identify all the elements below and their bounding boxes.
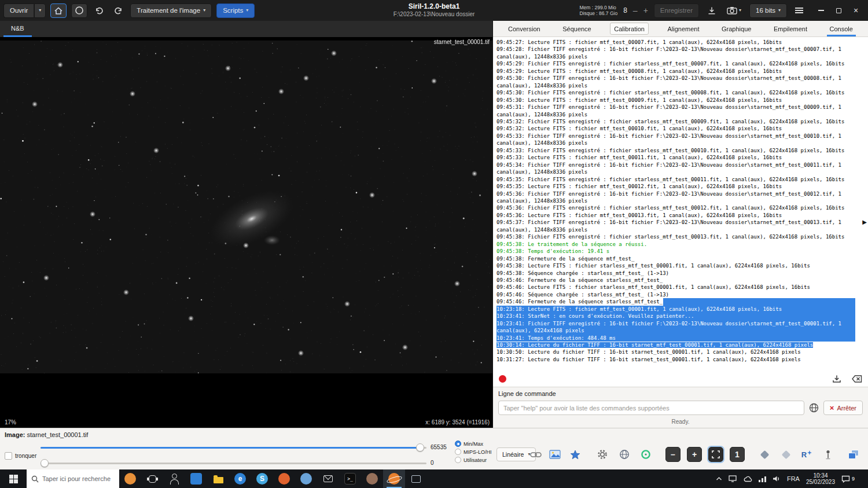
onedrive-button[interactable] (743, 476, 752, 482)
console-log-line[interactable]: 09:45:33: Fichier TIFF enregistré : 16-b… (496, 133, 855, 147)
console-log-line[interactable]: 09:45:34: Fichier TIFF enregistré : 16-b… (496, 162, 855, 176)
search-input[interactable] (42, 475, 111, 482)
photometry-button[interactable] (638, 447, 653, 462)
astro-image[interactable] (0, 41, 492, 373)
console-log-line[interactable]: 09:45:29: Fichier FITS enregistré : fich… (496, 60, 855, 67)
tab-conversion[interactable]: Conversion (505, 21, 544, 36)
undo-button[interactable] (92, 3, 106, 18)
console-log-line[interactable]: 09:45:36: Lecture FITS : fichier mtf_tes… (496, 212, 855, 219)
console-log-line[interactable]: 09:45:46: Séquence chargée : starless_mt… (496, 291, 855, 298)
low-level-slider[interactable] (41, 459, 426, 467)
console-log-line[interactable]: 10:30:14: Lecture du fichier TIFF : 16-b… (496, 342, 855, 348)
console-log-line[interactable]: 09:45:33: Fichier FITS enregistré : fich… (496, 147, 855, 154)
record-button[interactable] (499, 375, 506, 383)
console-log-line[interactable]: 09:45:30: Lecture FITS : fichier mtf_tes… (496, 97, 855, 104)
truncate-checkbox[interactable]: tronquer (5, 452, 36, 460)
scripts-menu[interactable]: Scripts ▾ (216, 3, 255, 18)
tab-séquence[interactable]: Séquence (559, 21, 595, 36)
zoom-one-button[interactable]: 1 (730, 447, 745, 462)
preview-mode-button[interactable] (547, 447, 562, 462)
mono-view-button[interactable] (71, 3, 87, 18)
zoom-fit-button[interactable] (708, 447, 723, 462)
console-log-line[interactable]: 09:45:30: Fichier FITS enregistré : fich… (496, 89, 855, 96)
pin-tool-button[interactable] (821, 447, 836, 462)
image-stack-button[interactable] (846, 447, 861, 462)
console-log-line[interactable]: 09:45:35: Fichier FITS enregistré : fich… (496, 176, 855, 183)
taskbar-app-secondary-window[interactable] (405, 469, 427, 488)
console-log-line[interactable]: 09:45:46: Lecture FITS : fichier starles… (496, 284, 855, 291)
hidden-icons-button[interactable] (716, 476, 722, 481)
console-log-line[interactable]: 09:45:38: Fichier FITS enregistré : fich… (496, 233, 855, 240)
console-log-line[interactable]: 09:45:35: Lecture FITS : fichier mtf_tes… (496, 183, 855, 190)
console-log-line[interactable]: 09:45:36: Fichier FITS enregistré : fich… (496, 204, 855, 211)
high-level-slider[interactable] (41, 443, 426, 452)
command-input[interactable] (498, 401, 804, 415)
main-menu-button[interactable] (793, 3, 806, 18)
network-button[interactable] (759, 476, 766, 482)
taskbar-app-mail[interactable] (317, 469, 339, 488)
home-button[interactable] (50, 3, 67, 18)
console-log-line[interactable]: 09:45:30: Fichier TIFF enregistré : 16-b… (496, 75, 855, 89)
console-log-line[interactable]: 10:31:27: Lecture du fichier TIFF : 16-b… (496, 356, 855, 363)
online-help-button[interactable] (809, 403, 819, 413)
redo-button[interactable] (111, 3, 126, 18)
console-log-line[interactable]: 09:45:33: Lecture FITS : fichier mtf_tes… (496, 154, 855, 161)
taskbar-app-skype[interactable]: S (251, 469, 273, 488)
clock[interactable]: 10:34 25/02/2023 (806, 472, 835, 486)
zoom-in-control[interactable]: + (643, 6, 648, 15)
console-log-line[interactable]: 09:45:38: Séquence chargée : starless_mt… (496, 270, 855, 277)
console-log-line[interactable]: 09:45:38: Temps d'exécution: 19.41 s (496, 248, 855, 255)
channel-link-button[interactable] (528, 447, 543, 462)
console-log-line[interactable]: 10:23:18: Lecture FITS : fichier mtf_tes… (496, 306, 855, 313)
console-output[interactable]: 09:45:27: Lecture FITS : fichier mtf_tes… (493, 37, 868, 371)
annotations-button[interactable] (617, 447, 632, 462)
bit-depth-select[interactable]: 16 bits ▾ (749, 3, 787, 18)
console-log-line[interactable]: 09:45:38: Le traitement de la séquence a… (496, 241, 855, 248)
console-log-line[interactable]: 09:45:38: Lecture FITS : fichier starles… (496, 262, 855, 269)
clear-console-button[interactable] (852, 375, 862, 383)
star-finder-button[interactable] (568, 447, 583, 462)
snapshot-button[interactable]: ▾ (724, 3, 744, 18)
tab-empilement[interactable]: Empilement (770, 21, 811, 36)
close-button[interactable]: × (847, 2, 865, 19)
zoom-out-button[interactable]: – (665, 447, 681, 462)
console-log-line[interactable]: 09:45:37: Fichier TIFF enregistré : 16-b… (496, 219, 855, 233)
console-log-line[interactable]: 10:23:41: Fichier TIFF enregistré : 16-b… (496, 320, 855, 335)
tab-nb[interactable]: N&B (3, 21, 32, 37)
console-log-line[interactable]: 09:45:31: Fichier TIFF enregistré : 16-b… (496, 104, 855, 118)
r-tool-button[interactable]: R (799, 447, 814, 462)
volume-button[interactable] (773, 475, 781, 482)
console-log-line[interactable]: 09:45:32: Lecture FITS : fichier mtf_tes… (496, 125, 855, 132)
gear-tool-button[interactable] (595, 447, 610, 462)
console-log-line[interactable]: 09:45:46: Fermeture de la séquence starl… (496, 298, 855, 305)
image-processing-menu[interactable]: Traitement de l'image ▾ (130, 3, 212, 18)
zoom-out-control[interactable]: – (633, 6, 638, 15)
open-button[interactable]: Ouvrir (3, 3, 34, 18)
tab-calibration[interactable]: Calibration (610, 23, 649, 35)
taskbar-app-people[interactable] (163, 469, 185, 488)
start-button[interactable] (0, 469, 27, 488)
taskbar-app-file-explorer[interactable] (207, 469, 229, 488)
action-center-button[interactable]: 9 (841, 475, 855, 483)
open-dropdown-button[interactable]: ▾ (34, 3, 46, 18)
radio-minmax[interactable]: Min/Max (455, 441, 492, 447)
taskbar-app-siril[interactable] (383, 469, 405, 488)
console-log-line[interactable]: 09:45:29: Lecture FITS : fichier mtf_tes… (496, 68, 855, 75)
console-log-line[interactable]: 10:23:41: Temps d'exécution: 484.48 ms (496, 335, 855, 342)
taskbar-app-microsoft-store[interactable] (185, 469, 207, 488)
display-tray-button[interactable] (729, 475, 737, 482)
taskbar-app-firefox-browser[interactable] (273, 469, 295, 488)
console-log-line[interactable]: 09:45:32: Fichier FITS enregistré : fich… (496, 118, 855, 125)
console-log-line[interactable]: 09:45:27: Lecture FITS : fichier mtf_tes… (496, 39, 855, 46)
tab-console[interactable]: Console (826, 21, 856, 36)
taskbar-search[interactable] (27, 469, 119, 488)
pane-expander[interactable]: ▶ (862, 219, 867, 225)
taskbar-app-gimp[interactable] (361, 469, 383, 488)
console-log-line[interactable]: 09:45:38: Fermeture de la séquence mtf_t… (496, 255, 855, 262)
save-as-button[interactable] (705, 3, 719, 18)
console-log-line[interactable]: 09:45:28: Fichier TIFF enregistré : 16-b… (496, 46, 855, 60)
tab-alignement[interactable]: Alignement (664, 21, 703, 36)
tilt-inspector-button[interactable] (778, 447, 793, 462)
taskbar-app-terminal[interactable]: >_ (339, 469, 361, 488)
console-log-line[interactable]: 09:45:46: Fermeture de la séquence starl… (496, 277, 855, 284)
